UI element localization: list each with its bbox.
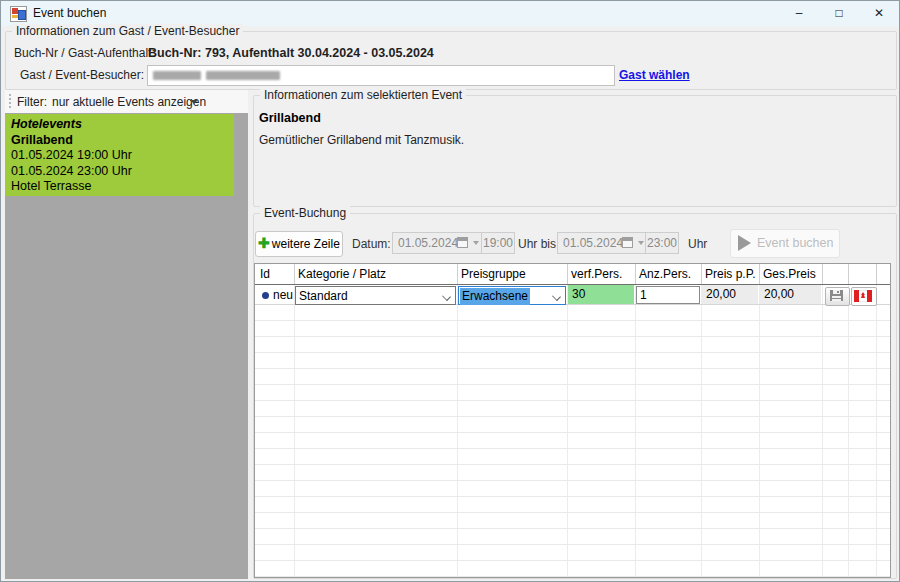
event-list[interactable]: Hotelevents Grillabend 01.05.2024 19:00 … <box>5 113 248 579</box>
column-divider <box>848 264 849 284</box>
event-booking-window: Event buchen – □ ✕ Informationen zum Gas… <box>0 0 900 582</box>
window-title: Event buchen <box>33 6 106 20</box>
book-event-label: Event buchen <box>757 236 833 250</box>
person-count-input[interactable]: 1 <box>636 286 700 304</box>
date-from-value: 01.05.2024 <box>398 236 458 250</box>
guest-groupbox-title: Informationen zum Gast / Event-Besucher <box>12 24 243 38</box>
available-persons-value: 30 <box>572 287 585 301</box>
until-label: Uhr bis <box>518 237 556 251</box>
guest-groupbox: Informationen zum Gast / Event-Besucher … <box>5 31 897 90</box>
date-from-picker[interactable]: 01.05.2024 <box>392 232 483 254</box>
event-name: Grillabend <box>11 133 234 149</box>
column-divider <box>876 264 877 284</box>
event-end: 01.05.2024 23:00 Uhr <box>11 164 234 180</box>
selected-event-groupbox: Informationen zum selektierten Event <box>253 95 897 207</box>
book-event-button[interactable]: Event buchen <box>730 229 840 258</box>
app-icon <box>10 6 27 22</box>
empty-row-gridlines <box>255 305 890 577</box>
time-from-value: 19:00 <box>483 236 513 250</box>
event-list-item-selected[interactable]: Hotelevents Grillabend 01.05.2024 19:00 … <box>5 114 234 196</box>
event-category: Hotelevents <box>11 117 234 133</box>
col-header-pricegroup: Preisgruppe <box>461 267 526 281</box>
guest-name-redacted <box>153 71 201 80</box>
toolbar-grip-icon[interactable] <box>9 94 11 109</box>
person-count-value: 1 <box>640 288 647 302</box>
plus-icon: ✚ <box>258 235 270 251</box>
guest-label: Gast / Event-Besucher: <box>14 68 144 82</box>
column-divider <box>822 264 823 284</box>
col-header-count: Anz.Pers. <box>639 267 691 281</box>
choose-guest-link[interactable]: Gast wählen <box>619 68 690 82</box>
row-id: neu <box>273 288 293 302</box>
delete-row-button[interactable] <box>851 287 877 306</box>
booking-groupbox-title: Event-Buchung <box>260 206 350 220</box>
play-icon <box>738 235 751 251</box>
category-combobox[interactable]: Standard <box>295 286 456 305</box>
date-label: Datum: <box>352 237 391 251</box>
time-to-value: 23:00 <box>647 236 677 250</box>
event-start: 01.05.2024 19:00 Uhr <box>11 148 234 164</box>
col-header-available: verf.Pers. <box>571 267 622 281</box>
selected-event-groupbox-title: Informationen zum selektierten Event <box>260 88 466 102</box>
column-divider <box>567 264 568 284</box>
filter-label: Filter: <box>17 95 47 109</box>
close-button[interactable]: ✕ <box>859 1 899 26</box>
column-divider <box>457 264 458 284</box>
col-header-id: Id <box>260 267 270 281</box>
chevron-down-icon <box>638 241 644 245</box>
date-to-picker[interactable]: 01.05.2024 <box>557 232 648 254</box>
selected-event-name: Grillabend <box>259 111 321 125</box>
pricegroup-combobox[interactable]: Erwachsene <box>458 286 566 305</box>
total-price-value: 20,00 <box>764 287 794 301</box>
save-row-button[interactable] <box>825 287 850 306</box>
col-header-total: Ges.Preis <box>763 267 816 281</box>
chevron-down-icon <box>442 292 451 301</box>
col-header-category: Kategorie / Platz <box>298 267 386 281</box>
maximize-button[interactable]: □ <box>819 1 859 26</box>
column-divider <box>294 264 295 284</box>
filter-dropdown[interactable]: nur aktuelle Events anzeigen <box>52 95 206 109</box>
date-to-value: 01.05.2024 <box>563 236 623 250</box>
price-pp-cell: 20,00 <box>702 285 758 304</box>
total-price-cell: 20,00 <box>760 285 821 304</box>
chevron-down-icon <box>473 241 479 245</box>
save-icon <box>830 290 843 301</box>
guest-name-redacted <box>206 71 280 80</box>
add-row-label: weitere Zeile <box>272 237 340 251</box>
event-location: Hotel Terrasse <box>11 179 234 195</box>
add-row-button[interactable]: ✚weitere Zeile <box>255 231 343 257</box>
minimize-button[interactable]: – <box>779 1 819 26</box>
new-row-dot-icon <box>262 292 269 299</box>
pricegroup-value: Erwachsene <box>460 288 530 305</box>
available-persons-cell: 30 <box>568 285 634 304</box>
booking-number-label: Buch-Nr / Gast-Aufenthalt: <box>14 46 144 60</box>
booking-number-value: Buch-Nr: 793, Aufenthalt 30.04.2024 - 03… <box>148 46 434 60</box>
time-to-field[interactable]: 23:00 <box>645 232 679 254</box>
price-pp-value: 20,00 <box>706 287 736 301</box>
time-from-field[interactable]: 19:00 <box>481 232 515 254</box>
col-header-price-pp: Preis p.P. <box>705 267 755 281</box>
column-divider <box>701 264 702 284</box>
category-value: Standard <box>299 288 348 305</box>
calendar-icon <box>622 237 633 248</box>
chevron-down-icon[interactable] <box>190 100 198 104</box>
red-flag-icon <box>854 290 872 302</box>
booking-table: Id Kategorie / Platz Preisgruppe verf.Pe… <box>254 263 891 578</box>
calendar-icon <box>457 237 468 248</box>
selected-event-description: Gemütlicher Grillabend mit Tanzmusik. <box>259 133 464 147</box>
titlebar[interactable]: Event buchen – □ ✕ <box>1 1 899 26</box>
chevron-down-icon <box>552 292 561 301</box>
time-unit-label: Uhr <box>688 237 707 251</box>
column-divider <box>759 264 760 284</box>
column-divider <box>635 264 636 284</box>
guest-name-input[interactable] <box>147 65 615 86</box>
filter-toolbar: Filter: nur aktuelle Events anzeigen <box>5 90 248 114</box>
